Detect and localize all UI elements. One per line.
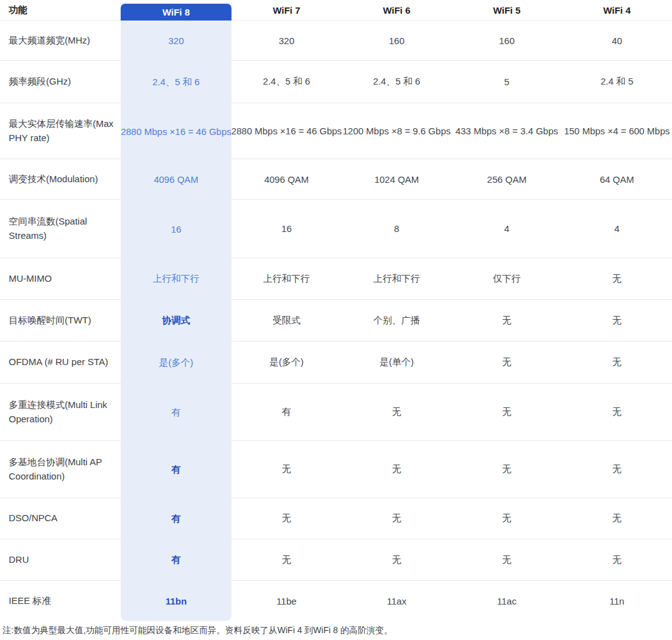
column-header-wifi6[interactable]: WiFi 6 <box>342 0 452 21</box>
column-header-wifi5[interactable]: WiFi 5 <box>452 0 562 21</box>
cell-wifi6: 2.4、5 和 6 <box>342 61 452 103</box>
cell-wifi5: 433 Mbps ×8 = 3.4 Gbps <box>452 103 562 159</box>
cell-wifi4: 无 <box>562 300 672 341</box>
row-label: IEEE 标准 <box>0 581 121 621</box>
row-label: 多重连接模式(Multi Link Operation) <box>0 384 121 441</box>
cell-wifi6: 1200 Mbps ×8 = 9.6 Gbps <box>342 103 452 159</box>
feature-column-header: 功能 <box>0 0 121 21</box>
cell-wifi4: 无 <box>562 498 672 539</box>
row-label: 目标唤醒时间(TWT) <box>0 300 121 341</box>
cell-wifi6: 11ax <box>342 581 452 621</box>
header-row: 功能 WiFi 8 WiFi 7 WiFi 6 WiFi 5 WiFi 4 <box>0 0 672 21</box>
cell-wifi5: 无 <box>452 539 562 581</box>
cell-wifi8: 有 <box>121 539 231 581</box>
cell-wifi5: 无 <box>452 384 562 441</box>
table-row: 空间串流数(Spatial Streams)1616844 <box>0 200 672 258</box>
table-row: IEEE 标准11bn11be11ax11ac11n <box>0 581 672 621</box>
wifi-generation-comparison: 功能 WiFi 8 WiFi 7 WiFi 6 WiFi 5 WiFi 4 最大… <box>0 0 672 640</box>
table-row: 目标唤醒时间(TWT)协调式受限式个别、广播无无 <box>0 300 672 341</box>
row-label: 调变技术(Modulation) <box>0 159 121 200</box>
cell-wifi8: 16 <box>121 200 231 258</box>
column-header-wifi4[interactable]: WiFi 4 <box>562 0 672 21</box>
cell-wifi6: 1024 QAM <box>342 159 452 200</box>
cell-wifi8: 协调式 <box>121 300 231 341</box>
cell-wifi4: 40 <box>562 21 672 61</box>
cell-wifi6: 160 <box>342 21 452 61</box>
cell-wifi6: 无 <box>342 498 452 539</box>
cell-wifi5: 仅下行 <box>452 258 562 300</box>
column-header-wifi8[interactable]: WiFi 8 <box>121 0 231 21</box>
row-label: MU-MIMO <box>0 258 121 300</box>
table-row: MU-MIMO上行和下行上行和下行上行和下行仅下行无 <box>0 258 672 300</box>
cell-wifi4: 无 <box>562 258 672 300</box>
cell-wifi5: 256 QAM <box>452 159 562 200</box>
cell-wifi8: 有 <box>121 441 231 498</box>
row-label: OFDMA (# RU per STA) <box>0 341 121 384</box>
cell-wifi4: 无 <box>562 384 672 441</box>
table-row: DRU有无无无无 <box>0 539 672 581</box>
cell-wifi5: 5 <box>452 61 562 103</box>
table-body: 最大频道频宽(MHz)32032016016040频率频段(GHz)2.4、5 … <box>0 21 672 621</box>
cell-wifi8: 320 <box>121 21 231 61</box>
cell-wifi8: 是(多个) <box>121 341 231 384</box>
row-label: DSO/NPCA <box>0 498 121 539</box>
cell-wifi5: 无 <box>452 341 562 384</box>
cell-wifi7: 无 <box>231 539 342 581</box>
cell-wifi7: 11be <box>231 581 342 621</box>
cell-wifi8: 2.4、5 和 6 <box>121 61 231 103</box>
cell-wifi4: 无 <box>562 441 672 498</box>
cell-wifi7: 是(多个) <box>231 341 342 384</box>
row-label: 最大实体层传输速率(Max PHY rate) <box>0 103 121 159</box>
cell-wifi8: 上行和下行 <box>121 258 231 300</box>
row-label: 频率频段(GHz) <box>0 61 121 103</box>
row-label: DRU <box>0 539 121 581</box>
cell-wifi6: 无 <box>342 539 452 581</box>
cell-wifi8: 4096 QAM <box>121 159 231 200</box>
cell-wifi7: 2.4、5 和 6 <box>231 61 342 103</box>
table-row: DSO/NPCA有无无无无 <box>0 498 672 539</box>
cell-wifi8: 11bn <box>121 581 231 621</box>
cell-wifi6: 上行和下行 <box>342 258 452 300</box>
cell-wifi5: 11ac <box>452 581 562 621</box>
cell-wifi4: 4 <box>562 200 672 258</box>
cell-wifi6: 无 <box>342 441 452 498</box>
table-row: 调变技术(Modulation)4096 QAM4096 QAM1024 QAM… <box>0 159 672 200</box>
cell-wifi6: 无 <box>342 384 452 441</box>
cell-wifi5: 4 <box>452 200 562 258</box>
cell-wifi7: 上行和下行 <box>231 258 342 300</box>
cell-wifi5: 无 <box>452 300 562 341</box>
cell-wifi7: 受限式 <box>231 300 342 341</box>
cell-wifi6: 是(单个) <box>342 341 452 384</box>
cell-wifi5: 无 <box>452 498 562 539</box>
cell-wifi4: 无 <box>562 539 672 581</box>
cell-wifi8: 有 <box>121 384 231 441</box>
cell-wifi7: 无 <box>231 498 342 539</box>
table-row: 最大实体层传输速率(Max PHY rate)2880 Mbps ×16 = 4… <box>0 103 672 159</box>
row-label: 空间串流数(Spatial Streams) <box>0 200 121 258</box>
cell-wifi6: 个别、广播 <box>342 300 452 341</box>
cell-wifi7: 有 <box>231 384 342 441</box>
table-row: 频率频段(GHz)2.4、5 和 62.4、5 和 62.4、5 和 652.4… <box>0 61 672 103</box>
cell-wifi7: 16 <box>231 200 342 258</box>
cell-wifi8: 2880 Mbps ×16 = 46 Gbps <box>121 103 231 159</box>
cell-wifi4: 11n <box>562 581 672 621</box>
cell-wifi4: 无 <box>562 341 672 384</box>
comparison-table: 功能 WiFi 8 WiFi 7 WiFi 6 WiFi 5 WiFi 4 最大… <box>0 0 672 621</box>
cell-wifi4: 64 QAM <box>562 159 672 200</box>
cell-wifi7: 无 <box>231 441 342 498</box>
cell-wifi5: 160 <box>452 21 562 61</box>
wifi8-selected-pill[interactable]: WiFi 8 <box>121 4 231 21</box>
cell-wifi7: 2880 Mbps ×16 = 46 Gbps <box>231 103 342 159</box>
table-row: 多重连接模式(Multi Link Operation)有有无无无 <box>0 384 672 441</box>
footnote: 注:数值为典型最大值,功能可用性可能因设备和地区而异。资料反映了从WiFi 4 … <box>0 625 672 636</box>
table-row: 最大频道频宽(MHz)32032016016040 <box>0 21 672 61</box>
cell-wifi6: 8 <box>342 200 452 258</box>
cell-wifi5: 无 <box>452 441 562 498</box>
cell-wifi8: 有 <box>121 498 231 539</box>
column-header-wifi7[interactable]: WiFi 7 <box>231 0 342 21</box>
table-row: OFDMA (# RU per STA)是(多个)是(多个)是(单个)无无 <box>0 341 672 384</box>
cell-wifi7: 4096 QAM <box>231 159 342 200</box>
cell-wifi7: 320 <box>231 21 342 61</box>
row-label: 多基地台协调(Multi AP Coordination) <box>0 441 121 498</box>
cell-wifi4: 2.4 和 5 <box>562 61 672 103</box>
